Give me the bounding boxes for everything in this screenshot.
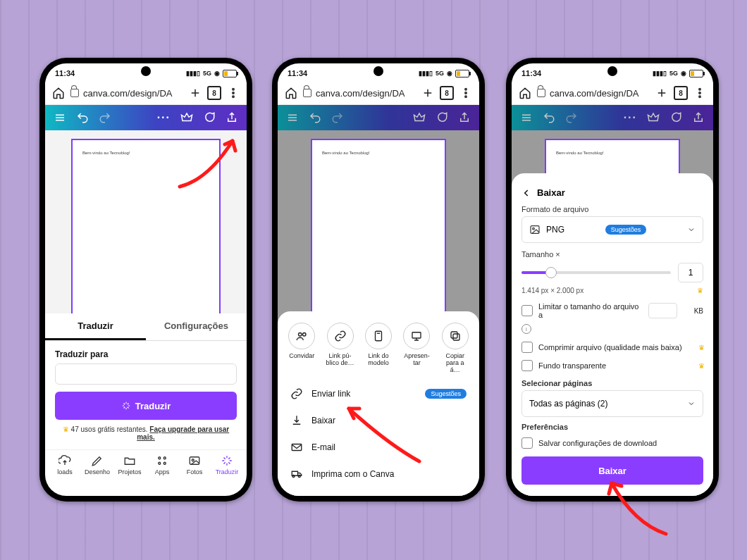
undo-icon[interactable] bbox=[76, 111, 89, 124]
url-text: canva.com/design/DA bbox=[83, 88, 172, 99]
svg-point-1 bbox=[233, 92, 234, 94]
nav-translate[interactable]: Traduzir bbox=[213, 454, 241, 475]
nav-draw[interactable]: Desenho bbox=[83, 454, 111, 475]
back-icon[interactable] bbox=[521, 188, 531, 198]
compress-checkbox[interactable]: Comprimir arquivo (qualidade mais baixa)… bbox=[521, 338, 703, 356]
transparent-bg-checkbox[interactable]: Fundo transparente ♛ bbox=[521, 356, 703, 375]
canvas-area[interactable]: Bem-vindo ao Tecnoblog! bbox=[45, 130, 247, 313]
more-icon[interactable]: ··· bbox=[624, 111, 637, 124]
svg-point-19 bbox=[699, 89, 700, 90]
plus-icon[interactable] bbox=[189, 87, 202, 99]
checkbox-icon bbox=[521, 305, 533, 316]
filesize-input[interactable] bbox=[648, 303, 677, 318]
home-icon[interactable] bbox=[285, 87, 297, 99]
prefs-label: Preferências bbox=[521, 423, 703, 431]
svg-point-23 bbox=[533, 228, 535, 230]
size-slider[interactable] bbox=[521, 271, 671, 274]
svg-rect-16 bbox=[453, 334, 459, 340]
nav-projects[interactable]: Projetos bbox=[116, 454, 144, 475]
svg-point-8 bbox=[192, 459, 194, 461]
share-sheet: Convidar Link pú-blico de… Link do model… bbox=[278, 311, 479, 496]
share-template-link[interactable]: Link do modelo bbox=[364, 323, 393, 373]
plus-icon[interactable] bbox=[421, 87, 434, 99]
tab-settings[interactable]: Configurações bbox=[146, 313, 247, 340]
home-icon[interactable] bbox=[52, 87, 65, 99]
share-icon[interactable] bbox=[692, 111, 705, 124]
select-pages-dropdown[interactable]: Todas as páginas (2) bbox=[521, 390, 703, 417]
share-public-link[interactable]: Link pú-blico de… bbox=[326, 323, 354, 373]
translate-language-select[interactable] bbox=[55, 363, 237, 385]
menu-icon[interactable] bbox=[54, 111, 66, 124]
row-send-link[interactable]: Enviar link Sugestões bbox=[288, 380, 469, 407]
svg-point-4 bbox=[163, 457, 166, 459]
signal-icon: ▮▮▮▯ bbox=[186, 70, 200, 77]
svg-rect-22 bbox=[531, 226, 539, 234]
nav-uploads[interactable]: loads bbox=[51, 454, 79, 475]
clock: 11:34 bbox=[521, 69, 541, 77]
address-bar[interactable]: canva.com/design/DA bbox=[70, 88, 183, 99]
wifi-icon: ◉ bbox=[214, 70, 220, 77]
tab-count[interactable]: 8 bbox=[207, 86, 221, 100]
address-bar[interactable]: canva.com/design/DA bbox=[303, 88, 416, 99]
tab-count[interactable]: 8 bbox=[674, 86, 688, 100]
home-icon[interactable] bbox=[519, 87, 531, 99]
size-dims: 1.414 px × 2.000 px bbox=[521, 287, 584, 294]
undo-icon[interactable] bbox=[543, 111, 555, 124]
select-pages-label: Selecionar páginas bbox=[521, 379, 703, 387]
info-icon[interactable]: i bbox=[521, 324, 531, 334]
svg-point-5 bbox=[159, 462, 161, 464]
document-page[interactable]: Bem-vindo ao Tecnoblog! bbox=[71, 139, 221, 313]
lock-icon bbox=[70, 89, 79, 97]
pro-crown-icon: ♛ bbox=[697, 287, 703, 294]
svg-point-11 bbox=[465, 96, 467, 97]
row-email[interactable]: E-mail bbox=[288, 434, 469, 461]
chevron-down-icon bbox=[687, 225, 696, 234]
tab-translate[interactable]: Traduzir bbox=[45, 313, 146, 340]
upgrade-link[interactable]: Faça upgrade para usar mais. bbox=[137, 425, 229, 441]
menu-icon[interactable] bbox=[520, 111, 533, 124]
phone-screenshot-1: 11:34 ▮▮▮▯ 5G ◉ canva.com/design/DA 8 ··… bbox=[39, 58, 252, 502]
translate-button[interactable]: Traduzir bbox=[55, 392, 237, 420]
crown-icon[interactable] bbox=[413, 111, 426, 124]
nav-apps[interactable]: Apps bbox=[148, 454, 176, 475]
address-bar[interactable]: canva.com/design/DA bbox=[537, 88, 650, 99]
share-invite[interactable]: Convidar bbox=[288, 323, 316, 373]
more-icon[interactable]: ··· bbox=[157, 111, 171, 124]
save-settings-checkbox[interactable]: Salvar configurações de download bbox=[521, 434, 703, 452]
bottom-nav: loads Desenho Projetos Apps Fotos Traduz… bbox=[45, 449, 247, 481]
menu-icon[interactable] bbox=[286, 111, 299, 124]
plus-icon[interactable] bbox=[655, 87, 668, 99]
row-download[interactable]: Baixar bbox=[288, 407, 469, 434]
download-button[interactable]: Baixar bbox=[521, 456, 703, 485]
row-print[interactable]: Imprima com o Canva bbox=[288, 461, 469, 487]
crown-icon[interactable] bbox=[647, 111, 660, 124]
file-format-label: Formato de arquivo bbox=[521, 205, 703, 213]
browser-bar: canva.com/design/DA 8 bbox=[512, 82, 713, 105]
kebab-icon[interactable] bbox=[693, 87, 706, 99]
svg-point-20 bbox=[699, 92, 700, 94]
battery-icon bbox=[223, 70, 237, 77]
comment-icon[interactable] bbox=[669, 111, 682, 124]
limit-filesize-checkbox[interactable]: Limitar o tamanho do arquivo a KB bbox=[521, 299, 703, 323]
comment-icon[interactable] bbox=[203, 111, 216, 124]
kebab-icon[interactable] bbox=[227, 87, 240, 99]
crown-icon[interactable] bbox=[180, 111, 193, 124]
redo-icon[interactable] bbox=[331, 111, 344, 124]
share-present[interactable]: Apresen-tar bbox=[402, 323, 431, 373]
camera-notch bbox=[141, 66, 151, 76]
nav-photos[interactable]: Fotos bbox=[180, 454, 209, 475]
tab-count[interactable]: 8 bbox=[440, 86, 454, 100]
file-format-select[interactable]: PNG Sugestões bbox=[521, 216, 703, 243]
undo-icon[interactable] bbox=[309, 111, 321, 124]
network-label: 5G bbox=[203, 70, 211, 77]
svg-rect-14 bbox=[376, 331, 382, 341]
share-copy[interactable]: Copiar para a á… bbox=[441, 323, 469, 373]
size-value[interactable]: 1 bbox=[678, 263, 703, 282]
redo-icon[interactable] bbox=[565, 111, 578, 124]
kebab-icon[interactable] bbox=[459, 87, 472, 99]
share-icon[interactable] bbox=[226, 111, 238, 124]
comment-icon[interactable] bbox=[436, 111, 448, 124]
share-icon[interactable] bbox=[458, 111, 471, 124]
redo-icon[interactable] bbox=[99, 111, 111, 124]
truck-icon bbox=[290, 468, 303, 480]
